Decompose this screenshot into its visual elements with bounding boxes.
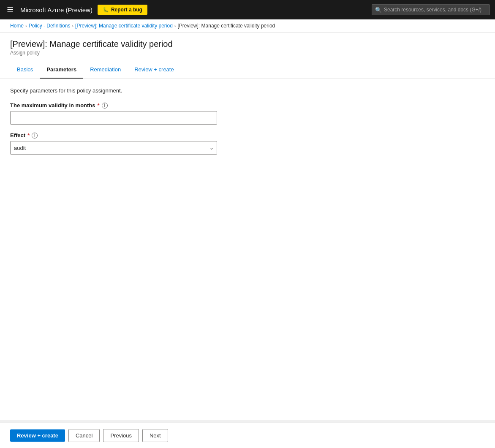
breadcrumb-manage-cert[interactable]: [Preview]: Manage certificate validity p… [75, 23, 173, 29]
field-effect: Effect * i audit deny disabled ⌄ [10, 132, 485, 155]
info-icon-validity[interactable]: i [102, 103, 108, 109]
form-description: Specify parameters for this policy assig… [10, 87, 485, 94]
field-effect-label: Effect * i [10, 132, 485, 138]
next-button[interactable]: Next [142, 429, 168, 442]
search-input[interactable] [372, 4, 490, 15]
tab-parameters[interactable]: Parameters [40, 61, 83, 79]
hamburger-menu-icon[interactable]: ☰ [5, 3, 15, 16]
page-header: [Preview]: Manage certificate validity p… [0, 33, 495, 61]
main-content: [Preview]: Manage certificate validity p… [0, 33, 495, 420]
review-create-button[interactable]: Review + create [10, 429, 65, 442]
previous-button[interactable]: Previous [103, 429, 139, 442]
breadcrumb-sep-2: › [72, 23, 73, 28]
breadcrumb-sep-1: › [25, 23, 27, 28]
field-max-validity: The maximum validity in months * i [10, 102, 485, 125]
search-wrapper: 🔍 [372, 4, 490, 15]
effect-select[interactable]: audit deny disabled [10, 141, 217, 155]
breadcrumb-policy-definitions[interactable]: Policy - Definitions [29, 23, 71, 29]
field-max-validity-label: The maximum validity in months * i [10, 102, 485, 109]
tab-review-create[interactable]: Review + create [128, 61, 181, 79]
tab-basics[interactable]: Basics [10, 61, 40, 79]
cancel-button[interactable]: Cancel [68, 429, 100, 442]
report-bug-button[interactable]: 🐛 Report a bug [98, 5, 147, 15]
effect-select-wrapper: audit deny disabled ⌄ [10, 141, 217, 155]
info-icon-effect[interactable]: i [32, 133, 38, 138]
breadcrumb-current: [Preview]: Manage certificate validity p… [178, 23, 275, 29]
tabs-bar: Basics Parameters Remediation Review + c… [0, 61, 495, 79]
app-title: Microsoft Azure (Preview) [20, 6, 92, 14]
page-subtitle: Assign policy [10, 50, 485, 56]
bug-icon: 🐛 [103, 7, 109, 13]
breadcrumb-home[interactable]: Home [10, 23, 24, 29]
tab-remediation[interactable]: Remediation [83, 61, 128, 79]
breadcrumb: Home › Policy - Definitions › [Preview]:… [0, 19, 495, 33]
form-content: Specify parameters for this policy assig… [0, 79, 495, 171]
required-star-effect: * [27, 132, 30, 138]
breadcrumb-sep-3: › [174, 23, 176, 28]
required-star-validity: * [98, 102, 100, 109]
footer-bar: Review + create Cancel Previous Next [0, 423, 495, 448]
max-validity-input[interactable] [10, 111, 217, 125]
top-navbar: ☰ Microsoft Azure (Preview) 🐛 Report a b… [0, 0, 495, 19]
page-title: [Preview]: Manage certificate validity p… [10, 39, 485, 49]
